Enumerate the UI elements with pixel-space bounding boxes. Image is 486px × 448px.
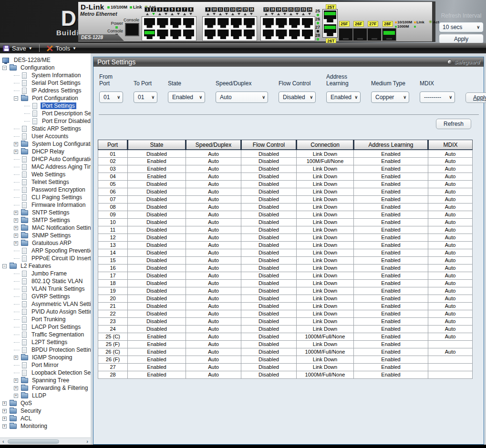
expand-icon[interactable]: + — [2, 417, 7, 421]
sidebar-item-sntp-settings[interactable]: +SNTP Settings — [0, 209, 91, 216]
sidebar-item-security[interactable]: +Security — [0, 407, 91, 415]
sidebar-item-port-configuration[interactable]: −Port Configuration — [0, 94, 91, 102]
sidebar-item-mac-notification-settings[interactable]: +MAC Notification Settings — [0, 224, 91, 232]
sidebar-item-snmp-settings[interactable]: +SNMP Settings — [0, 232, 91, 239]
expand-icon[interactable]: + — [2, 424, 7, 428]
sidebar-item-port-trunking[interactable]: Port Trunking — [0, 316, 91, 323]
sidebar-item-pppoe-circuit-id-insertion[interactable]: PPPoE Circuit ID Insertion — [0, 255, 91, 262]
expand-icon[interactable]: + — [14, 356, 18, 360]
cell: Auto — [428, 348, 473, 356]
cell: Disabled — [241, 195, 297, 203]
sidebar-item-configuration[interactable]: −Configuration — [0, 64, 91, 71]
sidebar-item-l2pt-settings[interactable]: L2PT Settings — [0, 338, 91, 346]
sidebar-item-igmp-snooping[interactable]: +IGMP Snooping — [0, 354, 91, 361]
folder-icon — [10, 401, 17, 406]
sidebar-item-label: 802.1Q Static VLAN — [30, 278, 84, 285]
sidebar-item-acl[interactable]: +ACL — [0, 415, 91, 422]
sidebar-item-lldp[interactable]: +LLDP — [0, 392, 91, 399]
sidebar-item-smtp-settings[interactable]: +SMTP Settings — [0, 216, 91, 224]
sidebar-item-arp-spoofing-prevention[interactable]: ARP Spoofing Prevention — [0, 247, 91, 255]
expand-icon[interactable]: + — [14, 394, 18, 398]
sidebar-item-web-settings[interactable]: Web Settings — [0, 171, 91, 178]
sidebar-item-forwarding-filtering[interactable]: +Forwarding & Filtering — [0, 384, 91, 392]
expand-icon[interactable]: + — [14, 378, 18, 383]
sidebar-item-mac-address-aging-time[interactable]: MAC Address Aging Time — [0, 163, 91, 171]
scrollbar-thumb[interactable] — [8, 439, 59, 444]
sidebar-item-port-description-settings[interactable]: Port Description Settings — [0, 110, 91, 117]
expand-icon[interactable]: + — [14, 142, 18, 146]
sidebar-item-802-1q-static-vlan[interactable]: 802.1Q Static VLAN — [0, 277, 91, 285]
sidebar-item-pvid-auto-assign-settings[interactable]: PVID Auto Assign Settings — [0, 308, 91, 316]
refresh-button[interactable]: Refresh — [436, 119, 471, 129]
sidebar-item-lacp-port-settings[interactable]: LACP Port Settings — [0, 323, 91, 331]
flow-control-select[interactable]: Disabled∨ — [279, 92, 316, 103]
sidebar-item-traffic-segmentation[interactable]: Traffic Segmentation — [0, 331, 91, 338]
cell — [428, 371, 473, 378]
sidebar-item-static-arp-settings[interactable]: Static ARP Settings — [0, 125, 91, 132]
medium-type-select[interactable]: Copper∨ — [371, 92, 409, 103]
state-select[interactable]: Enabled∨ — [168, 92, 205, 103]
speed-duplex-select[interactable]: Auto∨ — [216, 92, 268, 103]
sidebar-item-qos[interactable]: +QoS — [0, 399, 91, 407]
cell: Disabled — [128, 279, 186, 287]
sidebar-item-spanning-tree[interactable]: +Spanning Tree — [0, 377, 91, 384]
sidebar-item-telnet-settings[interactable]: Telnet Settings — [0, 178, 91, 186]
sidebar-item-gvrp-settings[interactable]: GVRP Settings — [0, 293, 91, 300]
sidebar-item-l2-features[interactable]: −L2 Features — [0, 262, 91, 270]
sidebar-item-firmware-information[interactable]: Firmware Information — [0, 201, 91, 209]
mdix-select[interactable]: ---------∨ — [420, 92, 455, 103]
expand-icon[interactable]: + — [14, 226, 18, 230]
scroll-left-arrow[interactable]: ‹ — [0, 438, 7, 444]
apply-button[interactable]: Apply — [465, 92, 486, 103]
sidebar-item-dhcp-relay[interactable]: +DHCP Relay — [0, 148, 91, 155]
collapse-icon[interactable]: − — [2, 66, 7, 70]
sidebar-item-vlan-trunk-settings[interactable]: VLAN Trunk Settings — [0, 285, 91, 293]
tree-connector — [14, 251, 20, 251]
sidebar-item-des-1228-me[interactable]: DES-1228/ME — [0, 56, 91, 64]
legend-row: 1000M — [395, 24, 412, 29]
sidebar-item-cli-paging-settings[interactable]: CLI Paging Settings — [0, 193, 91, 201]
sidebar-item-password-encryption[interactable]: Password Encryption — [0, 186, 91, 193]
sidebar-item-loopback-detection-settings[interactable]: Loopback Detection Settings — [0, 369, 91, 377]
sidebar-item-system-log-configuration[interactable]: +System Log Configuration — [0, 140, 91, 148]
sidebar-item-system-information[interactable]: System Information — [0, 71, 91, 79]
save-menu[interactable]: Save ▼ — [0, 45, 35, 52]
sidebar-item-serial-port-settings[interactable]: Serial Port Settings — [0, 79, 91, 87]
sidebar-item-port-mirror[interactable]: Port Mirror — [0, 361, 91, 369]
sidebar-item-jumbo-frame[interactable]: Jumbo Frame — [0, 270, 91, 277]
sidebar-item-label: PVID Auto Assign Settings — [30, 308, 91, 315]
scroll-right-arrow[interactable]: › — [84, 438, 91, 444]
expand-icon[interactable]: + — [14, 218, 18, 223]
port-cell: 20 — [98, 295, 128, 302]
sidebar-item-ip-address-settings[interactable]: IP Address Settings — [0, 87, 91, 94]
address-learning-select[interactable]: Enabled∨ — [326, 92, 361, 103]
collapse-icon[interactable]: − — [2, 264, 7, 268]
sidebar-item-asymmetric-vlan-settings[interactable]: Asymmetric VLAN Settings — [0, 300, 91, 308]
to-port-select[interactable]: 01∨ — [134, 92, 157, 103]
sidebar-item-monitoring[interactable]: +Monitoring — [0, 422, 91, 430]
cell: Enabled — [128, 333, 186, 340]
sidebar-item-port-error-disabled[interactable]: Port Error Disabled — [0, 117, 91, 125]
sidebar-horizontal-scrollbar[interactable]: ‹ › — [0, 438, 91, 445]
sidebar-item-bpdu-protection-settings[interactable]: BPDU Protection Settings — [0, 346, 91, 354]
sidebar-item-dhcp-auto-configuration[interactable]: DHCP Auto Configuration — [0, 155, 91, 163]
expand-icon[interactable]: + — [2, 409, 7, 413]
refresh-interval-select[interactable]: 10 secs ∨ — [439, 22, 484, 32]
expand-icon[interactable]: + — [14, 241, 18, 245]
expand-icon[interactable]: + — [14, 386, 18, 390]
port-cell: 07 — [98, 195, 128, 203]
sidebar-item-port-settings[interactable]: Port Settings — [0, 102, 91, 110]
sidebar-item-gratuitous-arp[interactable]: +Gratuitous ARP — [0, 239, 91, 247]
sidebar-item-user-accounts[interactable]: User Accounts — [0, 132, 91, 140]
expand-icon[interactable]: + — [14, 150, 18, 154]
from-port-select[interactable]: 01∨ — [99, 92, 123, 103]
table-row: 04EnabledAutoDisabledLink DownEnabledAut… — [98, 173, 473, 180]
port-arrow-icon — [152, 13, 155, 15]
expand-icon[interactable]: + — [14, 211, 18, 215]
tools-menu[interactable]: Tools ▼ — [43, 45, 79, 52]
safeguard-logo: Safeguard — [447, 59, 480, 65]
expand-icon[interactable]: + — [2, 401, 7, 406]
collapse-icon[interactable]: − — [14, 96, 18, 101]
expand-icon[interactable]: + — [14, 234, 18, 238]
banner-apply-button[interactable]: Apply — [439, 34, 484, 43]
